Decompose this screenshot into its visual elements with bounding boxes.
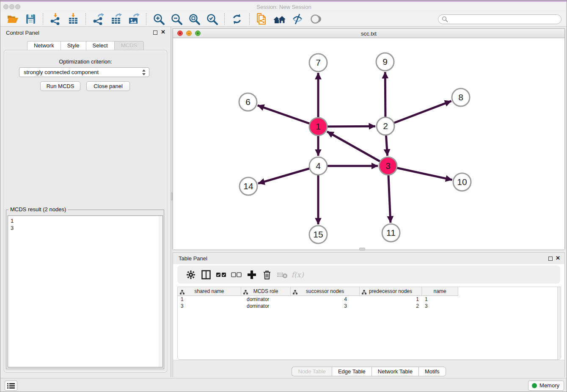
cell-successor-nodes[interactable]: 3 [291,303,360,309]
horizontal-divider-grip[interactable] [359,248,365,251]
main-titlebar: Session: New Session [0,2,567,12]
search-input[interactable] [438,14,561,24]
settings-gear-icon[interactable] [183,268,198,281]
tab-select[interactable]: Select [86,41,114,50]
tab-node-table[interactable]: Node Table [292,367,332,376]
table-row[interactable]: 1dominator411 [178,296,561,303]
select-all-icon[interactable] [214,268,229,281]
tab-motifs[interactable]: Motifs [418,367,446,376]
memory-button[interactable]: Memory [528,381,564,391]
refresh-network-icon[interactable] [230,13,244,25]
delete-column-icon[interactable] [259,268,275,281]
task-history-button[interactable] [5,381,17,391]
function-builder-icon[interactable]: f(x) [290,268,305,281]
home-icon[interactable] [272,13,287,25]
close-panel-icon[interactable]: ✕ [556,255,560,261]
table-tabs: Node TableEdge TableNetwork TableMotifs [173,367,564,376]
cell-MCDS-role[interactable]: dominator [241,296,291,303]
column-header-name[interactable]: name [422,287,458,296]
cell-predecessor-nodes[interactable]: 1 [360,296,422,303]
table-body: 1dominator4113dominator323 [178,296,561,309]
column-header-MCDS-role[interactable]: MCDS role [241,287,291,296]
table-header-row: shared nameMCDS rolesuccessor nodesprede… [178,287,561,296]
graph-node-label: 15 [313,229,323,239]
network-window-title: scc.txt [173,30,564,37]
close-panel-icon[interactable]: ✕ [161,29,165,35]
zoom-out-icon[interactable] [169,13,184,25]
fx-label: f(x) [291,271,303,279]
column-header-shared-name[interactable]: shared name [178,287,241,296]
tab-style[interactable]: Style [61,41,86,50]
graph-node-label: 9 [383,57,388,66]
control-panel-tabs: NetworkStyleSelectMCDS [0,41,171,50]
network-canvas[interactable]: 7968124314101511 [173,38,564,249]
zoom-selected-icon[interactable] [205,13,219,25]
deselect-all-icon[interactable] [229,268,244,281]
delete-table-icon[interactable] [275,268,290,281]
cell-MCDS-role[interactable]: dominator [241,303,291,309]
save-session-icon[interactable] [23,13,38,25]
mcds-result-title: MCDS result (2 nodes) [8,206,68,213]
graph-node-label: 8 [458,92,463,102]
network-window-titlebar[interactable]: × – + scc.txt [173,29,564,38]
column-header-predecessor-nodes[interactable]: predecessor nodes [360,287,422,296]
cell-name[interactable]: 1 [422,296,458,303]
show-columns-icon[interactable] [198,268,214,281]
close-panel-button[interactable]: Close panel [86,81,130,91]
cell-shared-name[interactable]: 1 [178,296,241,303]
optimization-criterion-label: Optimization criterion: [0,58,171,65]
table-scrollbar[interactable] [557,287,561,359]
graph-node-label: 11 [386,228,396,237]
zoom-in-icon[interactable] [151,13,166,25]
mcds-result-text[interactable]: 1 3 [8,215,163,367]
toolbar-separator [224,13,225,25]
column-header-label: successor nodes [306,288,344,294]
open-network-file-icon[interactable] [255,13,269,25]
hide-graphics-details-icon[interactable] [290,13,305,25]
graph-node-label: 4 [316,161,321,171]
column-header-label: shared name [194,288,224,294]
graph-edge-3-1[interactable] [327,132,388,166]
control-panel: Control Panel ✕ NetworkStyleSelectMCDS O… [0,27,171,377]
float-window-icon[interactable] [548,257,553,261]
memory-label: Memory [539,381,559,390]
mcds-result-scrollbar[interactable] [159,216,162,367]
graph-edge-1-6[interactable] [258,105,318,127]
run-mcds-button[interactable]: Run MCDS [40,81,80,91]
open-session-icon[interactable] [6,13,20,25]
cell-shared-name[interactable]: 3 [178,303,241,309]
cell-successor-nodes[interactable]: 4 [291,296,360,303]
status-bar: Memory [0,378,567,392]
mcds-result-group: MCDS result (2 nodes) 1 3 [6,210,164,369]
export-network-icon[interactable] [91,13,105,25]
graph-node-label: 10 [457,177,467,187]
graph-node-label: 1 [316,121,321,131]
table-row[interactable]: 3dominator323 [178,303,561,309]
show-graphics-details-icon[interactable] [308,13,322,25]
add-column-icon[interactable] [244,268,259,281]
export-image-icon[interactable] [127,13,141,25]
table-panel-bottom: Node TableEdge TableNetwork TableMotifs [173,360,564,378]
search-icon [442,16,448,24]
control-panel-header: Control Panel ✕ [0,27,171,39]
memory-status-icon [532,383,537,388]
import-table-icon[interactable] [66,13,80,25]
tab-edge-table[interactable]: Edge Table [332,367,372,376]
export-table-icon[interactable] [109,13,123,25]
tab-network[interactable]: Network [27,41,61,50]
select-stepper-icon [142,69,146,76]
tab-mcds[interactable]: MCDS [114,41,144,50]
cell-predecessor-nodes[interactable]: 2 [360,303,422,309]
criterion-select[interactable]: strongly connected component [19,67,149,77]
graph-node-label: 3 [385,161,391,171]
cell-name[interactable]: 3 [422,303,458,309]
column-header-successor-nodes[interactable]: successor nodes [291,287,360,296]
tab-network-table[interactable]: Network Table [372,367,418,376]
graph-edge-2-8[interactable] [385,101,451,126]
table-panel: Table Panel ✕ [173,252,565,377]
import-network-icon[interactable] [48,13,63,25]
graph-node-label: 2 [383,121,388,131]
zoom-fit-icon[interactable] [187,13,201,25]
graph-edge-3-10[interactable] [388,166,452,180]
float-window-icon[interactable] [153,30,157,35]
